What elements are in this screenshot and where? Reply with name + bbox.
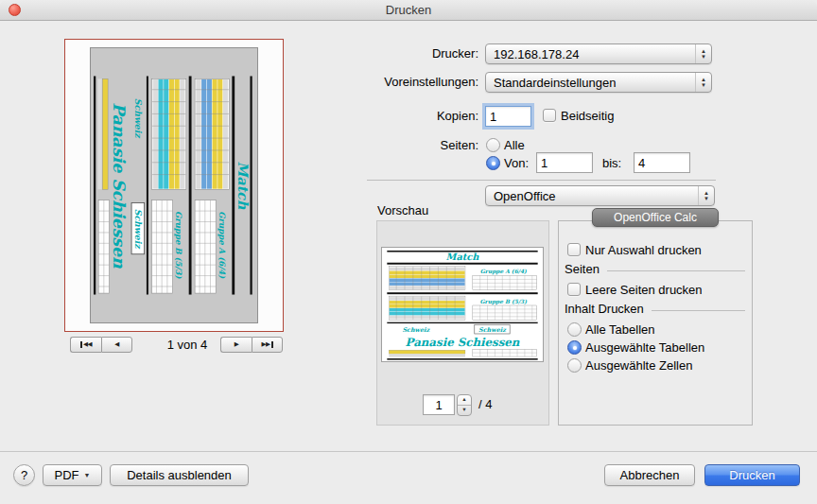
- vorschau-page-input[interactable]: [423, 394, 455, 415]
- help-button[interactable]: ?: [13, 464, 35, 486]
- duplex-checkbox[interactable]: [543, 109, 556, 122]
- content-section-label: Inhalt Drucken: [565, 302, 644, 316]
- presets-popup[interactable]: Standardeinstellungen ▲ ▼: [485, 72, 712, 93]
- copies-input[interactable]: [485, 106, 531, 127]
- chevron-up-icon: ▲: [701, 78, 706, 82]
- pdf-menu-button[interactable]: PDF ▼: [43, 464, 102, 486]
- cancel-button[interactable]: Abbrechen: [604, 464, 695, 486]
- rotated-sheet-preview: [92, 69, 256, 302]
- printer-popup-value: 192.168.178.24: [486, 47, 695, 61]
- tab-openoffice-calc: OpenOffice Calc: [592, 208, 719, 227]
- chevron-down-icon: ▼: [84, 472, 91, 478]
- window-title: Drucken: [0, 0, 817, 21]
- chevron-down-icon: ▼: [701, 55, 706, 60]
- close-button[interactable]: [9, 4, 21, 16]
- vorschau-page-thumbnail: [381, 247, 544, 362]
- next-page-button[interactable]: ▶: [220, 337, 252, 353]
- vorschau-page-total: / 4: [478, 395, 492, 414]
- first-page-bar-icon: [80, 341, 82, 348]
- preview-nav-back-group: ◀◀ ◀: [70, 337, 132, 353]
- sheet-artwork: [382, 248, 543, 361]
- page-stepper: ▲ ▼: [457, 394, 472, 416]
- app-section-popup-value: OpenOffice: [486, 189, 698, 203]
- chevron-up-down-icon: ▲ ▼: [698, 186, 714, 205]
- pages-from-input[interactable]: [536, 152, 593, 173]
- rewind-icon: ◀◀: [83, 341, 92, 348]
- stepper-up-icon: ▲: [461, 397, 466, 403]
- pages-section-rule: [607, 270, 745, 271]
- blank-pages-checkbox[interactable]: [567, 283, 581, 296]
- forward-icon: ▶: [235, 341, 239, 348]
- print-dialog-window: Drucken ◀◀ ◀ 1 von 4 ▶ ▶▶ Drucker: 192.1…: [0, 0, 817, 504]
- selected-tables-radio[interactable]: [567, 340, 582, 355]
- pages-all-radio-label[interactable]: Alle: [504, 136, 525, 155]
- pages-range-radio[interactable]: [486, 156, 500, 170]
- presets-label: Voreinstellungen:: [327, 72, 478, 93]
- preview-page-info: 1 von 4: [149, 337, 225, 353]
- pages-all-radio[interactable]: [486, 138, 500, 152]
- duplex-checkbox-label[interactable]: Beidseitig: [561, 107, 614, 126]
- printer-popup[interactable]: 192.168.178.24 ▲ ▼: [485, 43, 712, 64]
- pages-section-label: Seiten: [565, 262, 600, 276]
- first-page-button[interactable]: ◀◀: [70, 337, 101, 353]
- details-button-label: Details ausblenden: [127, 468, 232, 482]
- help-icon: ?: [21, 468, 27, 482]
- copies-label: Kopien:: [327, 106, 478, 127]
- previous-page-button[interactable]: ◀: [101, 337, 132, 353]
- back-icon: ◀: [114, 341, 119, 348]
- footer-divider: [0, 451, 817, 452]
- fast-forward-icon: ▶▶: [262, 341, 270, 348]
- chevron-up-down-icon: ▲ ▼: [695, 44, 711, 63]
- stepper-down-icon: ▼: [461, 408, 466, 413]
- pages-to-input[interactable]: [634, 152, 690, 173]
- details-toggle-button[interactable]: Details ausblenden: [110, 464, 249, 486]
- blank-pages-checkbox-label[interactable]: Leere Seiten drucken: [585, 281, 703, 300]
- last-page-button[interactable]: ▶▶: [252, 337, 283, 353]
- app-section-popup[interactable]: OpenOffice ▲ ▼: [485, 185, 715, 206]
- selected-cells-radio[interactable]: [567, 358, 582, 373]
- chevron-down-icon: ▼: [704, 197, 709, 201]
- all-tables-radio-label[interactable]: Alle Tabellen: [585, 321, 654, 339]
- pdf-button-label: PDF: [55, 468, 79, 482]
- preview-nav-forward-group: ▶ ▶▶: [220, 337, 283, 353]
- vorschau-title: Vorschau: [377, 203, 428, 217]
- chevron-up-down-icon: ▲ ▼: [695, 73, 711, 92]
- content-section-rule: [652, 310, 745, 311]
- stepper-down-button[interactable]: ▼: [458, 406, 471, 415]
- all-tables-radio[interactable]: [567, 322, 582, 337]
- print-button-label: Drucken: [729, 468, 774, 482]
- pages-label: Seiten:: [327, 135, 478, 156]
- selection-only-checkbox-label[interactable]: Nur Auswahl drucken: [585, 241, 702, 260]
- titlebar: Drucken: [0, 0, 817, 21]
- presets-popup-value: Standardeinstellungen: [486, 76, 695, 90]
- print-button[interactable]: Drucken: [704, 464, 800, 486]
- chevron-up-icon: ▲: [704, 191, 709, 196]
- selected-tables-radio-label[interactable]: Ausgewählte Tabellen: [585, 339, 704, 357]
- stepper-up-button[interactable]: ▲: [458, 395, 471, 406]
- sheet-artwork: [92, 69, 256, 302]
- chevron-down-icon: ▼: [701, 83, 706, 88]
- preview-selection-frame: [64, 39, 284, 332]
- selection-only-checkbox[interactable]: [567, 243, 581, 256]
- section-divider: [367, 180, 716, 181]
- pages-to-label: bis:: [602, 154, 621, 173]
- printer-label: Drucker:: [327, 43, 478, 64]
- selected-cells-radio-label[interactable]: Ausgewählte Zellen: [585, 356, 692, 375]
- chevron-up-icon: ▲: [701, 49, 706, 54]
- cancel-button-label: Abbrechen: [620, 468, 680, 482]
- last-page-bar-icon: [271, 341, 273, 348]
- pages-from-label[interactable]: Von:: [504, 154, 529, 173]
- print-preview-page: [90, 47, 258, 323]
